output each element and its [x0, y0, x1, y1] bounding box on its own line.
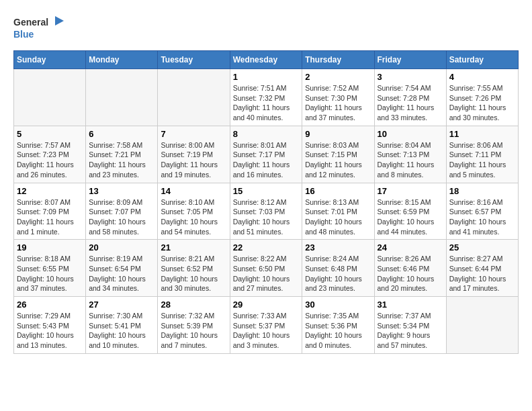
day-number: 20 — [89, 242, 154, 253]
day-info: Sunrise: 7:55 AM Sunset: 7:26 PM Dayligh… — [449, 83, 515, 123]
day-number: 5 — [17, 129, 83, 139]
day-number: 1 — [233, 72, 300, 82]
weekday-header: Sunday — [14, 51, 86, 69]
day-info: Sunrise: 7:35 AM Sunset: 5:36 PM Dayligh… — [305, 311, 371, 351]
calendar-cell: 16Sunrise: 8:13 AM Sunset: 7:01 PM Dayli… — [302, 183, 374, 240]
day-number: 31 — [378, 300, 443, 310]
calendar-table: SundayMondayTuesdayWednesdayThursdayFrid… — [13, 50, 519, 354]
day-info: Sunrise: 8:06 AM Sunset: 7:11 PM Dayligh… — [449, 140, 515, 180]
day-number: 17 — [378, 186, 443, 196]
weekday-header-row: SundayMondayTuesdayWednesdayThursdayFrid… — [14, 51, 519, 69]
day-info: Sunrise: 8:12 AM Sunset: 7:03 PM Dayligh… — [233, 197, 300, 237]
calendar-cell: 26Sunrise: 7:29 AM Sunset: 5:43 PM Dayli… — [14, 297, 86, 354]
day-number: 12 — [17, 186, 83, 196]
day-number: 23 — [305, 242, 371, 253]
day-number: 16 — [305, 186, 371, 196]
calendar-week-row: 5Sunrise: 7:57 AM Sunset: 7:23 PM Daylig… — [14, 126, 519, 183]
day-info: Sunrise: 8:22 AM Sunset: 6:50 PM Dayligh… — [233, 254, 300, 293]
day-number: 13 — [89, 186, 154, 196]
day-number: 11 — [449, 129, 515, 139]
calendar-cell: 4Sunrise: 7:55 AM Sunset: 7:26 PM Daylig… — [446, 69, 518, 126]
day-info: Sunrise: 7:52 AM Sunset: 7:30 PM Dayligh… — [305, 83, 371, 123]
calendar-cell: 24Sunrise: 8:26 AM Sunset: 6:46 PM Dayli… — [374, 240, 446, 297]
svg-text:Blue: Blue — [13, 29, 34, 40]
calendar-cell: 9Sunrise: 8:03 AM Sunset: 7:15 PM Daylig… — [302, 126, 374, 183]
day-info: Sunrise: 7:37 AM Sunset: 5:34 PM Dayligh… — [378, 311, 443, 351]
day-info: Sunrise: 8:01 AM Sunset: 7:17 PM Dayligh… — [233, 140, 300, 180]
calendar-cell: 8Sunrise: 8:01 AM Sunset: 7:17 PM Daylig… — [230, 126, 302, 183]
weekday-header: Monday — [86, 51, 158, 69]
day-info: Sunrise: 7:30 AM Sunset: 5:41 PM Dayligh… — [89, 311, 154, 351]
day-number: 29 — [233, 300, 300, 310]
calendar-cell: 14Sunrise: 8:10 AM Sunset: 7:05 PM Dayli… — [158, 183, 230, 240]
calendar-cell: 2Sunrise: 7:52 AM Sunset: 7:30 PM Daylig… — [302, 69, 374, 126]
day-number: 10 — [378, 129, 443, 139]
calendar-cell: 1Sunrise: 7:51 AM Sunset: 7:32 PM Daylig… — [230, 69, 302, 126]
calendar-cell: 3Sunrise: 7:54 AM Sunset: 7:28 PM Daylig… — [374, 69, 446, 126]
calendar-cell: 17Sunrise: 8:15 AM Sunset: 6:59 PM Dayli… — [374, 183, 446, 240]
calendar-cell — [446, 297, 518, 354]
calendar-cell — [14, 69, 86, 126]
day-number: 2 — [305, 72, 371, 82]
day-info: Sunrise: 7:57 AM Sunset: 7:23 PM Dayligh… — [17, 140, 83, 180]
day-number: 15 — [233, 186, 300, 196]
calendar-cell: 30Sunrise: 7:35 AM Sunset: 5:36 PM Dayli… — [302, 297, 374, 354]
day-number: 21 — [161, 242, 226, 253]
day-number: 26 — [17, 300, 83, 310]
calendar-week-row: 26Sunrise: 7:29 AM Sunset: 5:43 PM Dayli… — [14, 297, 519, 354]
day-info: Sunrise: 8:09 AM Sunset: 7:07 PM Dayligh… — [89, 197, 154, 237]
day-info: Sunrise: 8:13 AM Sunset: 7:01 PM Dayligh… — [305, 197, 371, 237]
calendar-cell: 5Sunrise: 7:57 AM Sunset: 7:23 PM Daylig… — [14, 126, 86, 183]
day-number: 25 — [449, 242, 515, 253]
calendar-cell — [86, 69, 158, 126]
calendar-cell: 7Sunrise: 8:00 AM Sunset: 7:19 PM Daylig… — [158, 126, 230, 183]
svg-marker-1 — [55, 16, 64, 26]
calendar-cell: 28Sunrise: 7:32 AM Sunset: 5:39 PM Dayli… — [158, 297, 230, 354]
day-info: Sunrise: 8:07 AM Sunset: 7:09 PM Dayligh… — [17, 197, 83, 237]
calendar-cell: 31Sunrise: 7:37 AM Sunset: 5:34 PM Dayli… — [374, 297, 446, 354]
calendar-cell: 20Sunrise: 8:19 AM Sunset: 6:54 PM Dayli… — [86, 240, 158, 297]
day-number: 9 — [305, 129, 371, 139]
day-info: Sunrise: 7:58 AM Sunset: 7:21 PM Dayligh… — [89, 140, 154, 180]
calendar-cell: 11Sunrise: 8:06 AM Sunset: 7:11 PM Dayli… — [446, 126, 518, 183]
calendar-cell: 25Sunrise: 8:27 AM Sunset: 6:44 PM Dayli… — [446, 240, 518, 297]
calendar-cell: 27Sunrise: 7:30 AM Sunset: 5:41 PM Dayli… — [86, 297, 158, 354]
calendar-cell: 10Sunrise: 8:04 AM Sunset: 7:13 PM Dayli… — [374, 126, 446, 183]
day-info: Sunrise: 8:03 AM Sunset: 7:15 PM Dayligh… — [305, 140, 371, 180]
calendar-cell: 15Sunrise: 8:12 AM Sunset: 7:03 PM Dayli… — [230, 183, 302, 240]
day-info: Sunrise: 7:29 AM Sunset: 5:43 PM Dayligh… — [17, 311, 83, 351]
calendar-week-row: 12Sunrise: 8:07 AM Sunset: 7:09 PM Dayli… — [14, 183, 519, 240]
day-info: Sunrise: 7:51 AM Sunset: 7:32 PM Dayligh… — [233, 83, 300, 123]
calendar-cell: 13Sunrise: 8:09 AM Sunset: 7:07 PM Dayli… — [86, 183, 158, 240]
day-number: 19 — [17, 242, 83, 253]
logo: General Blue — [13, 13, 67, 44]
calendar-cell: 12Sunrise: 8:07 AM Sunset: 7:09 PM Dayli… — [14, 183, 86, 240]
calendar-week-row: 1Sunrise: 7:51 AM Sunset: 7:32 PM Daylig… — [14, 69, 519, 126]
day-info: Sunrise: 8:18 AM Sunset: 6:55 PM Dayligh… — [17, 254, 83, 293]
day-number: 27 — [89, 300, 154, 310]
day-info: Sunrise: 8:27 AM Sunset: 6:44 PM Dayligh… — [449, 254, 515, 293]
day-number: 30 — [305, 300, 371, 310]
weekday-header: Saturday — [446, 51, 518, 69]
calendar-cell — [158, 69, 230, 126]
day-number: 28 — [161, 300, 226, 310]
day-info: Sunrise: 8:00 AM Sunset: 7:19 PM Dayligh… — [161, 140, 226, 180]
day-number: 24 — [378, 242, 443, 253]
weekday-header: Wednesday — [230, 51, 302, 69]
day-info: Sunrise: 7:33 AM Sunset: 5:37 PM Dayligh… — [233, 311, 300, 351]
calendar-cell: 29Sunrise: 7:33 AM Sunset: 5:37 PM Dayli… — [230, 297, 302, 354]
day-info: Sunrise: 8:21 AM Sunset: 6:52 PM Dayligh… — [161, 254, 226, 293]
page-header: General Blue — [13, 13, 519, 44]
day-number: 6 — [89, 129, 154, 139]
calendar-cell: 23Sunrise: 8:24 AM Sunset: 6:48 PM Dayli… — [302, 240, 374, 297]
calendar-week-row: 19Sunrise: 8:18 AM Sunset: 6:55 PM Dayli… — [14, 240, 519, 297]
day-info: Sunrise: 8:26 AM Sunset: 6:46 PM Dayligh… — [378, 254, 443, 293]
day-info: Sunrise: 8:04 AM Sunset: 7:13 PM Dayligh… — [378, 140, 443, 180]
calendar-cell: 19Sunrise: 8:18 AM Sunset: 6:55 PM Dayli… — [14, 240, 86, 297]
logo-svg: General Blue — [13, 13, 67, 44]
weekday-header: Thursday — [302, 51, 374, 69]
day-number: 18 — [449, 186, 515, 196]
svg-text:General: General — [13, 17, 48, 28]
day-info: Sunrise: 8:24 AM Sunset: 6:48 PM Dayligh… — [305, 254, 371, 293]
day-number: 14 — [161, 186, 226, 196]
